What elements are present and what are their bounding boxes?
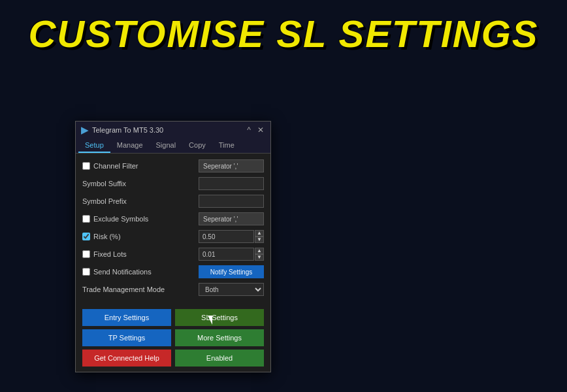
trade-management-select[interactable]: Both Manual Auto	[199, 283, 264, 296]
fixed-lots-spinner: ▲ ▼	[199, 248, 264, 261]
bottom-buttons: Entry Settings SL Settings TP Settings M…	[76, 305, 270, 372]
risk-spinner-controls: ▲ ▼	[255, 230, 264, 243]
risk-up-button[interactable]: ▲	[255, 230, 264, 237]
more-settings-button[interactable]: More Settings	[175, 329, 264, 346]
symbol-suffix-input[interactable]	[199, 177, 264, 190]
risk-row: Risk (%) ▲ ▼	[82, 229, 264, 244]
tab-manage[interactable]: Manage	[110, 139, 150, 153]
tab-time[interactable]: Time	[212, 139, 241, 153]
tp-settings-button[interactable]: TP Settings	[82, 329, 171, 346]
notify-settings-button[interactable]: Notify Settings	[199, 265, 264, 278]
close-button[interactable]: ✕	[256, 125, 265, 135]
title-bar-left: ▶ Telegram To MT5 3.30	[81, 125, 163, 135]
fixed-lots-down-button[interactable]: ▼	[255, 254, 264, 261]
symbol-suffix-row: Symbol Suffix	[82, 176, 264, 191]
risk-label: Risk (%)	[82, 233, 121, 240]
exclude-symbols-separator[interactable]: Seperator ','	[199, 212, 264, 225]
sl-settings-button[interactable]: SL Settings	[175, 309, 264, 326]
fixed-lots-up-button[interactable]: ▲	[255, 248, 264, 254]
fixed-lots-input[interactable]	[199, 248, 254, 261]
row-connect-enabled: Get Connected Help Enabled	[82, 350, 264, 367]
page-title: CUSTOMISE SL SETTINGS	[0, 0, 567, 56]
app-icon: ▶	[81, 125, 88, 135]
row-tp-more: TP Settings More Settings	[82, 329, 264, 346]
entry-settings-button[interactable]: Entry Settings	[82, 309, 171, 326]
risk-spinner: ▲ ▼	[199, 230, 264, 243]
title-bar: ▶ Telegram To MT5 3.30 ^ ✕	[76, 122, 270, 139]
minimize-button[interactable]: ^	[246, 125, 252, 135]
title-bar-controls: ^ ✕	[246, 125, 265, 135]
send-notifications-label: Send Notifications	[82, 268, 152, 276]
send-notifications-row: Send Notifications Notify Settings	[82, 265, 264, 279]
exclude-symbols-row: Exclude Symbols Seperator ','	[82, 212, 264, 226]
symbol-suffix-label: Symbol Suffix	[82, 180, 126, 188]
symbol-prefix-row: Symbol Prefix	[82, 194, 264, 208]
tab-setup[interactable]: Setup	[78, 139, 110, 153]
risk-down-button[interactable]: ▼	[255, 237, 264, 243]
fixed-lots-label: Fixed Lots	[82, 250, 127, 258]
fixed-lots-checkbox[interactable]	[82, 250, 90, 258]
row-entry-sl: Entry Settings SL Settings	[82, 309, 264, 326]
symbol-prefix-input[interactable]	[199, 195, 264, 208]
fixed-lots-spinner-controls: ▲ ▼	[255, 248, 264, 261]
trade-management-label: Trade Management Mode	[82, 286, 165, 293]
tab-signal[interactable]: Signal	[150, 139, 183, 153]
risk-input[interactable]	[199, 230, 254, 243]
channel-filter-separator[interactable]: Seperator ','	[199, 159, 264, 172]
channel-filter-row: Channel Filter Seperator ','	[82, 159, 264, 173]
channel-filter-label: Channel Filter	[82, 162, 138, 170]
trade-management-row: Trade Management Mode Both Manual Auto	[82, 282, 264, 297]
form-content: Channel Filter Seperator ',' Symbol Suff…	[76, 154, 270, 305]
symbol-prefix-label: Symbol Prefix	[82, 197, 127, 205]
fixed-lots-row: Fixed Lots ▲ ▼	[82, 247, 264, 261]
send-notifications-checkbox[interactable]	[82, 268, 90, 276]
channel-filter-checkbox[interactable]	[82, 162, 90, 170]
window-title: Telegram To MT5 3.30	[92, 126, 163, 134]
app-window: ▶ Telegram To MT5 3.30 ^ ✕ Setup Manage …	[75, 121, 271, 372]
risk-checkbox[interactable]	[82, 233, 90, 240]
exclude-symbols-checkbox[interactable]	[82, 215, 90, 223]
exclude-symbols-label: Exclude Symbols	[82, 215, 148, 223]
nav-tabs: Setup Manage Signal Copy Time	[76, 139, 270, 154]
get-connected-help-button[interactable]: Get Connected Help	[82, 350, 171, 367]
enabled-button[interactable]: Enabled	[175, 350, 264, 367]
tab-copy[interactable]: Copy	[182, 139, 212, 153]
